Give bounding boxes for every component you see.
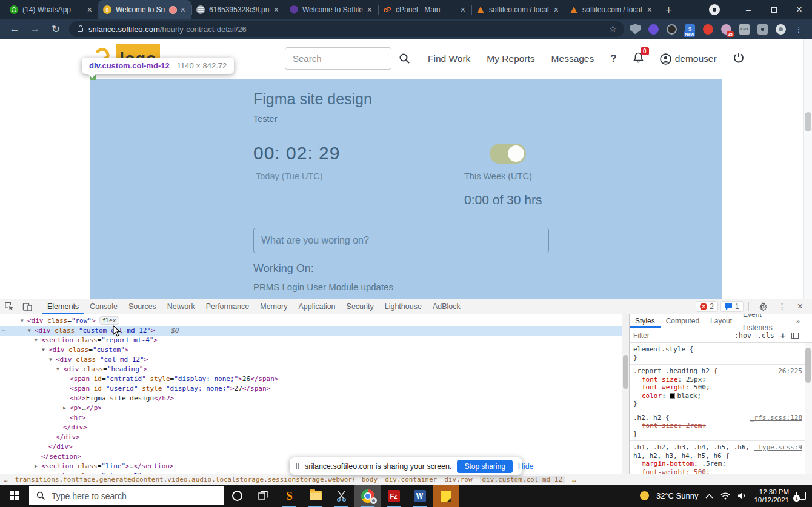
dom-tree-line[interactable]: <span id="userid" style="display: none;"… [0,384,622,394]
media-controls-icon[interactable] [709,4,720,15]
dom-tree-line[interactable]: ▼<section class="report mt-4"> [0,336,622,345]
elements-scroll-thumb[interactable] [623,355,628,389]
issues-count[interactable]: 1 [720,301,744,312]
back-icon[interactable]: ← [8,23,21,35]
crx-extension-icon[interactable]: CRX [739,24,750,35]
style-rule[interactable]: .report .heading h2 {26:225font-size: 25… [630,365,812,411]
more-tabs-icon[interactable]: » [796,317,812,325]
user-menu[interactable]: demouser [660,53,717,65]
hide-share-bar-link[interactable]: Hide [518,462,534,471]
row-options-dots[interactable]: ⋯ [2,326,7,336]
expand-arrow-right-icon[interactable]: ▶ [35,462,38,471]
devtools-close-icon[interactable]: × [793,301,807,312]
inspect-element-icon[interactable] [0,302,18,311]
devtools-tab-performance[interactable]: Performance [201,299,255,314]
browser-menu-icon[interactable]: ⋮ [794,24,804,35]
reload-icon[interactable]: ↻ [50,23,62,36]
extensions-puzzle-icon[interactable] [757,24,768,35]
dom-tree-line[interactable]: <span id="cntratid" style="display: none… [0,374,622,384]
nav-my-reports[interactable]: My Reports [487,53,534,64]
dom-tree-line[interactable]: ▼<div class="heading"> [0,365,622,374]
bookmark-star-icon[interactable]: ☆ [609,24,617,35]
taskbar-app-filezilla[interactable]: Fz [381,485,407,507]
style-rule[interactable]: element.style {} [630,343,812,365]
devtools-menu-icon[interactable]: ⋮ [774,302,791,311]
dom-tree-line[interactable]: ▶<p>…</p> [0,403,622,413]
console-error-count[interactable]: ✕2 [696,301,718,312]
gray-extension-icon[interactable] [667,24,677,35]
styles-tab-computed[interactable]: Computed [661,314,705,328]
page-scroll-thumb[interactable] [805,112,811,131]
taskbar-app-snipping[interactable] [328,485,354,507]
breadcrumb-item[interactable]: div.custom.col-md-12 [480,476,565,483]
expand-arrow-down-icon[interactable]: ▼ [21,316,24,326]
css-property[interactable]: margin-bottom: .5rem; [633,460,804,468]
devtools-tab-memory[interactable]: Memory [255,299,293,314]
dom-tree-line[interactable]: <hr> [0,413,622,423]
breadcrumb-item[interactable]: … [4,476,8,483]
notifications-bell-icon[interactable]: 0 [633,52,644,65]
flex-badge[interactable]: flex [99,316,119,325]
stop-sharing-button[interactable]: Stop sharing [457,460,512,473]
breadcrumb-item[interactable]: div.container [385,476,437,483]
devtools-tab-elements[interactable]: Elements [42,299,84,314]
pseudo-state-toggle[interactable]: :hov [734,331,751,340]
timer-toggle[interactable] [490,144,526,164]
working-on-input[interactable] [253,228,549,253]
cortana-button[interactable] [224,485,250,507]
color-swatch[interactable] [670,393,675,399]
devtools-settings-gear-icon[interactable] [754,302,771,311]
forward-icon[interactable]: → [29,23,41,35]
volume-icon[interactable] [737,492,747,500]
sidebar-layout-icon[interactable] [791,333,799,339]
devtools-tab-adblock[interactable]: AdBlock [427,299,466,314]
expand-arrow-down-icon[interactable]: ▼ [42,345,45,355]
styles-scroll-thumb[interactable] [805,348,811,383]
minimize-button[interactable]: – [736,0,761,19]
taskbar-app-sublime[interactable]: S [276,485,302,507]
breadcrumb-item[interactable]: body [362,476,378,483]
tray-chevron-up-icon[interactable] [705,494,713,499]
task-view-button[interactable] [250,485,276,507]
shield-extension-icon[interactable] [630,24,641,35]
elements-scrollbar[interactable] [622,314,629,474]
browser-tab[interactable]: sWelcome to Sri× [98,0,191,19]
dom-tree-line[interactable]: ▼<div class="custom"> [0,345,622,355]
expand-arrow-right-icon[interactable]: ▶ [63,403,66,413]
dom-tree-line[interactable]: ▼<div class="row">flex [0,316,622,326]
css-property[interactable]: color: black; [633,392,804,400]
devtools-tab-application[interactable]: Application [293,299,341,314]
styles-tab-styles[interactable]: Styles [630,314,661,328]
tab-close-icon[interactable]: × [179,5,187,14]
browser-tab[interactable]: cPcPanel - Main× [378,0,471,19]
css-property[interactable]: font-size: 2rem; [633,422,804,430]
rule-source-link[interactable]: _type.scss:9 [754,443,802,452]
search-icon[interactable] [399,53,410,67]
taskbar-app-word[interactable]: W [407,485,433,507]
tab-close-icon[interactable]: × [646,5,653,14]
browser-tab[interactable]: Welcome to Softile× [285,0,378,19]
nav-messages[interactable]: Messages [551,53,594,64]
s-extension-icon[interactable]: SNew [685,24,695,35]
site-search-input[interactable] [285,53,391,64]
taskbar-app-chrome[interactable] [354,485,381,507]
devtools-tab-sources[interactable]: Sources [123,299,162,314]
tab-close-icon[interactable]: × [86,5,93,14]
counter-extension-icon[interactable]: 25 [721,24,731,35]
dom-tree-line[interactable]: <h2>Figma site design</h2> [0,394,622,403]
breadcrumb-item[interactable]: … [572,476,576,483]
styles-filter-input[interactable] [633,331,734,340]
style-rule[interactable]: .h1, .h2, .h3, .h4, .h5, .h6,_type.scss:… [630,441,812,474]
profile-avatar[interactable] [776,24,786,35]
devtools-tab-network[interactable]: Network [162,299,201,314]
dom-tree-line[interactable]: ⋯▼<div class="custom col-md-12"> == $0 [0,326,622,336]
rule-source-link[interactable]: _rfs.scss:128 [750,414,802,422]
weather-sun-icon[interactable] [640,491,649,500]
logout-power-icon[interactable] [733,52,744,65]
weather-text[interactable]: 32°C Sunny [656,491,699,500]
devtools-tab-security[interactable]: Security [341,299,379,314]
rule-source-link[interactable]: 26:225 [778,367,802,376]
expand-arrow-down-icon[interactable]: ▼ [56,365,59,374]
start-button[interactable] [0,485,29,507]
expand-arrow-down-icon[interactable]: ▼ [28,326,31,336]
